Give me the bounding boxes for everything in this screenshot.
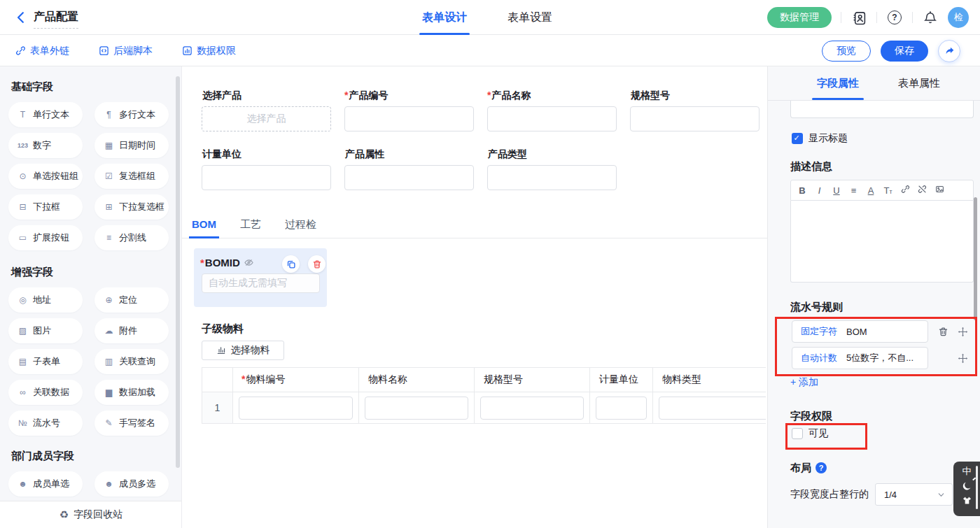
bold-icon[interactable]: B <box>797 185 807 196</box>
layout-help-icon[interactable]: ? <box>816 462 827 473</box>
serial-rule-counter[interactable]: 自动计数 5位数字，不自... <box>792 347 928 369</box>
preview-button[interactable]: 预览 <box>822 41 871 62</box>
align-icon[interactable]: ≡ <box>849 185 859 196</box>
insert-image-icon[interactable] <box>934 185 944 196</box>
field-extend-button[interactable]: ▭扩展按钮 <box>8 225 83 250</box>
visible-checkbox[interactable] <box>792 428 803 439</box>
field-member-single[interactable]: ☻成员单选 <box>8 471 83 497</box>
product-attr-input[interactable] <box>344 165 474 190</box>
field-subform[interactable]: ▤子表单 <box>8 349 83 374</box>
field-data-load[interactable]: ▆数据加载 <box>94 380 169 405</box>
italic-icon[interactable]: I <box>815 185 825 196</box>
field-multi-dropdown[interactable]: ⊞下拉复选框 <box>94 194 169 220</box>
sidebar-scrollbar[interactable] <box>176 76 180 468</box>
external-link-button[interactable]: 表单外链 <box>15 35 69 66</box>
field-attachment[interactable]: ☁附件 <box>94 318 169 343</box>
field-width-select[interactable]: 1/4 <box>875 483 953 506</box>
material-name-input[interactable] <box>365 397 468 420</box>
material-type-input[interactable] <box>659 397 766 420</box>
product-type-input[interactable] <box>487 165 617 190</box>
notification-bell-icon[interactable] <box>922 9 939 26</box>
material-unit-input[interactable] <box>596 397 647 420</box>
field-dropdown[interactable]: ⊟下拉框 <box>8 194 83 220</box>
dark-mode-moon-icon[interactable] <box>961 480 973 492</box>
help-icon[interactable]: ? <box>886 9 903 26</box>
col-unit: 计量单位 <box>590 368 653 392</box>
field-relation-data[interactable]: ∞关联数据 <box>8 380 83 405</box>
theme-shirt-icon[interactable] <box>962 495 972 506</box>
data-manage-button[interactable]: 数据管理 <box>767 7 832 28</box>
field-product-name: *产品名称 <box>487 90 617 131</box>
page-scrollbar[interactable] <box>976 466 978 509</box>
field-image[interactable]: ▨图片 <box>8 318 83 343</box>
material-code-input[interactable] <box>239 397 353 420</box>
add-rule-button[interactable]: + 添加 <box>790 376 818 389</box>
eye-off-icon <box>244 257 254 268</box>
copy-field-button[interactable] <box>282 255 300 273</box>
header-tabs: 表单设计 表单设置 <box>422 0 552 35</box>
unit-input[interactable] <box>202 165 331 190</box>
share-button[interactable] <box>938 40 960 62</box>
field-datetime[interactable]: ▦日期时间 <box>94 133 169 158</box>
description-textarea[interactable] <box>790 201 974 283</box>
field-single-line-text[interactable]: T单行文本 <box>8 102 83 127</box>
field-relation-query[interactable]: ▥关联查询 <box>94 349 169 374</box>
form-designer-app: 产品配置 表单设计 表单设置 数据管理 ? 检 表单外链 <box>0 0 980 528</box>
field-number[interactable]: 123数字 <box>8 133 83 158</box>
field-member-multi[interactable]: ☻成员多选 <box>94 471 169 497</box>
select-product-button[interactable]: 选择产品 <box>202 106 331 131</box>
font-color-icon[interactable]: A <box>866 185 876 196</box>
field-geolocation[interactable]: ⊕定位 <box>94 287 169 313</box>
user-avatar[interactable]: 检 <box>948 7 969 28</box>
back-icon[interactable] <box>14 10 28 24</box>
product-code-input[interactable] <box>344 106 474 131</box>
panel-scrollbar[interactable] <box>974 197 977 320</box>
tab-form-design[interactable]: 表单设计 <box>422 0 467 35</box>
save-button[interactable]: 保存 <box>881 41 928 62</box>
field-multi-line-text[interactable]: ¶多行文本 <box>94 102 169 127</box>
cloud-upload-icon: ☁ <box>104 326 114 336</box>
row-number: 1 <box>202 392 233 424</box>
field-signature[interactable]: ✎手写签名 <box>94 411 169 436</box>
underline-icon[interactable]: U <box>832 185 841 196</box>
canvas-tabs: BOM 工艺 过程检 <box>182 218 767 238</box>
spec-model-input[interactable] <box>630 106 760 131</box>
tab-process[interactable]: 工艺 <box>237 218 264 238</box>
tab-form-settings[interactable]: 表单设置 <box>507 0 552 35</box>
delete-rule-icon[interactable] <box>938 327 948 337</box>
drag-move-icon[interactable] <box>958 353 968 364</box>
remove-link-icon[interactable] <box>918 185 927 196</box>
tab-form-props[interactable]: 表单属性 <box>898 66 940 100</box>
field-divider[interactable]: ≡分割线 <box>94 225 169 250</box>
backend-script-button[interactable]: 后端脚本 <box>99 35 153 66</box>
insert-link-icon[interactable] <box>900 185 910 196</box>
recycle-icon: ♻ <box>59 508 69 521</box>
tab-process-check[interactable]: 过程检 <box>282 218 319 238</box>
data-permission-button[interactable]: 数据权限 <box>182 35 236 66</box>
material-spec-input[interactable] <box>480 397 584 420</box>
tab-field-props[interactable]: 字段属性 <box>817 66 859 100</box>
language-toggle-icon[interactable]: 中 <box>962 465 972 478</box>
field-checkbox-group[interactable]: ☑复选框组 <box>94 164 169 189</box>
page-title[interactable]: 产品配置 <box>34 10 78 29</box>
show-title-checkbox[interactable] <box>792 133 803 144</box>
delete-field-button[interactable] <box>308 255 326 273</box>
select-material-button[interactable]: 选择物料 <box>202 341 284 360</box>
font-size-icon[interactable]: T <box>883 185 893 196</box>
col-index <box>202 368 233 392</box>
serial-rule-fixed[interactable]: 固定字符 BOM <box>792 320 928 343</box>
field-radio-group[interactable]: ⊙单选按钮组 <box>8 164 83 189</box>
tab-bom[interactable]: BOM <box>189 218 219 238</box>
field-recycle-bin[interactable]: ♻ 字段回收站 <box>0 501 182 528</box>
field-product-code: *产品编号 <box>344 90 474 131</box>
selected-field-bomid[interactable]: *BOMID 自动生成无需填写 <box>194 248 327 307</box>
calendar-icon: ▦ <box>104 141 114 150</box>
contacts-icon[interactable] <box>850 9 867 26</box>
field-serial-number[interactable]: №流水号 <box>8 411 83 436</box>
field-title-input-partial[interactable] <box>790 101 974 118</box>
field-address[interactable]: ◎地址 <box>8 287 83 313</box>
product-name-input[interactable] <box>487 106 617 131</box>
drag-move-icon[interactable] <box>958 327 968 337</box>
bomid-input[interactable]: 自动生成无需填写 <box>202 273 320 293</box>
script-icon <box>99 45 109 56</box>
